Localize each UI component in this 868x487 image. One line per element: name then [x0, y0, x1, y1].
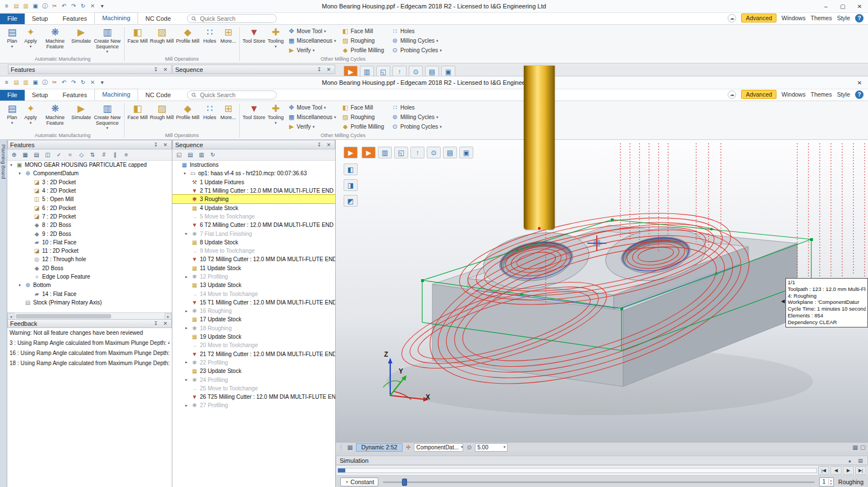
viewport-toolbar-icon[interactable]: ◱ — [394, 147, 408, 158]
quick-access-icon[interactable]: ▤ — [12, 2, 21, 11]
quick-access-icon[interactable]: ▤ — [12, 78, 21, 87]
ribbon-button[interactable]: ▤Plan▾ — [3, 102, 21, 133]
ribbon-small-button[interactable]: ⊙Probing Cycles▾ — [391, 123, 442, 130]
ribbon-button[interactable]: ▥Create New Sequence▾ — [92, 102, 122, 133]
ribbon-small-button[interactable]: ▶Verify▾ — [288, 123, 336, 130]
ribbon-small-button[interactable]: ▦Miscellaneous▾ — [288, 37, 336, 44]
expander-icon[interactable]: ▸ — [184, 360, 189, 365]
quick-access-icon[interactable]: ≡ — [2, 2, 11, 11]
viewport-toolbar-icon[interactable]: ▣ — [459, 147, 473, 158]
feature-tree-item[interactable]: ◆ 9 : 2D Boss — [7, 229, 172, 238]
ribbon-button[interactable]: ▨Rough Mill — [149, 25, 175, 56]
features-toolbar-icon[interactable]: ⇅ — [88, 151, 98, 160]
sequence-item[interactable]: ▸ ✱ 12 Profiling — [172, 272, 335, 281]
viewport-toolbar-icon[interactable]: ▥ — [378, 147, 392, 158]
features-toolbar-icon[interactable]: ∥ — [110, 151, 120, 160]
quick-access-icon[interactable]: ≡ — [2, 78, 11, 87]
expander-icon[interactable]: ▾ — [17, 171, 22, 176]
ribbon-small-button[interactable]: ◧Face Mill — [342, 28, 386, 35]
viewport-toolbar-icon[interactable]: ▤ — [425, 66, 439, 76]
panel-menu-icon[interactable]: ▤ — [857, 458, 864, 463]
expander-icon[interactable]: ▸ — [184, 309, 189, 313]
feature-tree-item[interactable]: ◫ 5 : Open Mill — [7, 195, 172, 203]
status-right-icon[interactable]: ▢ — [860, 444, 866, 450]
quick-access-icon[interactable]: ▣ — [31, 2, 40, 11]
features-panel-header[interactable]: Features ↧ ✕ — [8, 65, 172, 74]
viewport-toolbar-icon[interactable]: ↑ — [392, 66, 406, 76]
sequence-item[interactable]: ▸ ✱ 24 Profiling — [172, 375, 335, 384]
view-cube-icon[interactable]: ◩ — [344, 195, 358, 207]
collapse-icon[interactable]: ▴ — [846, 458, 853, 463]
ribbon-tab[interactable]: NC Code — [138, 90, 178, 101]
feature-tree-item[interactable]: ◪ 4 : 2D Pocket — [7, 186, 172, 195]
feedback-bubble-icon[interactable]: ☁ — [728, 14, 736, 22]
ribbon-button[interactable]: ✦Apply▾ — [21, 25, 40, 56]
features-toolbar-icon[interactable]: ◇ — [76, 151, 86, 160]
graphics-viewport[interactable]: Z Y X ▶ ▶▥◱↑⊙▤▣ ◧◨◩ ◀ — [336, 140, 868, 442]
pin-icon[interactable]: ↧ — [152, 142, 159, 148]
quick-access-icon[interactable]: ▾ — [98, 2, 107, 11]
ribbon-small-button[interactable]: ▨Roughing — [342, 113, 386, 121]
sequence-toolbar-icon[interactable]: ▥ — [197, 151, 207, 160]
ribbon-small-button[interactable]: ◆Profile Milling — [342, 47, 386, 54]
grid-icon[interactable]: ▦ — [348, 444, 353, 450]
expander-icon[interactable]: ▾ — [17, 283, 22, 288]
sequence-item[interactable]: ▦ 8 Update Stock — [172, 238, 335, 247]
quick-access-icon[interactable]: ↶ — [60, 2, 68, 11]
ribbon-tab[interactable]: Setup — [25, 90, 56, 101]
sequence-panel-header[interactable]: Sequence ↧ ✕ — [172, 65, 335, 74]
style-menu[interactable]: Style — [837, 15, 850, 21]
feature-tree-item[interactable]: ○ Edge Loop Feature — [7, 272, 172, 281]
expander-icon[interactable]: ▾ — [182, 171, 188, 176]
windows-menu[interactable]: Windows — [782, 91, 806, 98]
ribbon-button[interactable]: ◧Face Mill — [126, 25, 149, 56]
sequence-item[interactable]: ▼ 10 T2 Milling Cutter : 12.0 MM DIA MUL… — [172, 255, 335, 263]
expander-icon[interactable]: ▸ — [184, 377, 189, 382]
sequence-item[interactable]: ▼ 2 T1 Milling Cutter : 12.0 MM DIA MULT… — [172, 186, 335, 195]
speed-slider[interactable] — [383, 477, 815, 486]
quick-access-icon[interactable]: ✕ — [88, 2, 97, 11]
close-panel-icon[interactable]: ✕ — [325, 142, 332, 148]
search-input[interactable] — [199, 91, 266, 99]
quick-access-icon[interactable]: ↻ — [79, 78, 88, 87]
feature-tree-item[interactable]: ◪ 3 : 2D Pocket — [7, 178, 172, 186]
quick-access-icon[interactable]: ▥ — [21, 78, 30, 87]
view-mode-indicator[interactable]: Dynamic 2:52 — [356, 443, 402, 452]
quick-access-icon[interactable]: ✂ — [50, 78, 59, 87]
ribbon-button[interactable]: ▥Create New Sequence▾ — [92, 25, 122, 56]
help-icon[interactable]: ? — [855, 14, 864, 22]
ribbon-small-button[interactable]: ✥Move Tool▾ — [288, 104, 336, 111]
slider-handle[interactable] — [402, 479, 407, 486]
titlebar[interactable]: ≡▤▥▣ⓘ✂↶↷↻✕▾ Mono Bearing Housing.ppf - E… — [0, 0, 868, 13]
expander-icon[interactable]: ▸ — [184, 403, 189, 408]
ribbon-button[interactable]: ▤Plan▾ — [3, 25, 21, 56]
ribbon-small-button[interactable]: ⊙Probing Cycles▾ — [391, 47, 442, 54]
transport-button[interactable]: ▶ — [843, 466, 854, 475]
pin-icon[interactable]: ↧ — [316, 67, 323, 72]
quick-access-icon[interactable]: ↷ — [69, 2, 78, 11]
sequence-toolbar-icon[interactable]: ▤ — [185, 151, 195, 160]
minimize-button[interactable]: – — [817, 1, 834, 12]
scroll-right-icon[interactable]: ▸ — [165, 313, 172, 320]
sequence-toolbar-icon[interactable]: ◱ — [174, 151, 184, 160]
viewport-toolbar-icon[interactable]: ▥ — [360, 66, 374, 76]
viewport-toolbar-icon[interactable]: ▶ — [362, 147, 376, 158]
quick-search[interactable] — [187, 14, 277, 23]
feature-tree-item[interactable]: ◪ 6 : 2D Pocket — [7, 203, 172, 212]
features-horizontal-scrollbar[interactable]: ◂ ▸ — [7, 312, 172, 319]
ribbon-small-button[interactable]: ∷Holes — [391, 28, 442, 35]
quick-access-icon[interactable]: ▥ — [21, 2, 30, 11]
ribbon-small-button[interactable]: ▨Roughing — [342, 37, 386, 44]
ribbon-button[interactable]: ⊞More... — [219, 102, 237, 133]
ribbon-button[interactable]: ⊞More... — [219, 25, 237, 56]
quick-search[interactable] — [187, 90, 277, 99]
features-panel-header[interactable]: Features ↧ ✕ — [7, 140, 172, 149]
quick-access-icon[interactable]: ↻ — [79, 2, 88, 11]
scrubber-track[interactable] — [337, 468, 817, 473]
sequence-item[interactable]: ▸ ✱ 22 Profiling — [172, 358, 335, 367]
simulation-panel-header[interactable]: Simulation ▴ ▤ — [336, 456, 868, 465]
features-toolbar-icon[interactable]: # — [99, 151, 109, 160]
sequence-item[interactable]: ▦ 11 Update Stock — [172, 264, 335, 272]
maximize-button[interactable]: ▢ — [834, 1, 851, 12]
sequence-item[interactable]: → 5 Move to Toolchange — [172, 212, 335, 221]
